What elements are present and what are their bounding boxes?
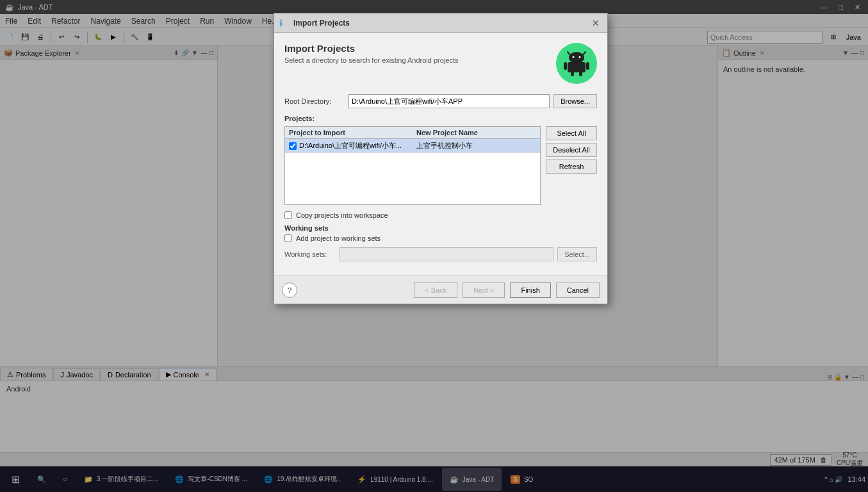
finish-btn[interactable]: Finish [510,283,550,298]
root-directory-input[interactable] [348,94,550,108]
dialog-subtitle: Select a directory to search for existin… [284,56,556,64]
dialog-body: Import Projects Select a directory to se… [274,33,607,275]
svg-rect-9 [579,72,582,76]
svg-rect-6 [564,62,567,70]
col-header-import: Project to Import [285,127,413,138]
project-name-cell: 上官手机控制小车 [413,140,540,152]
svg-point-4 [579,56,581,58]
add-working-sets-checkbox[interactable] [284,234,292,242]
dialog-header: Import Projects Select a directory to se… [284,43,597,84]
dialog-title: Import Projects [293,19,589,28]
projects-empty-area [285,153,540,204]
working-sets-select-btn[interactable]: Select... [557,247,597,261]
svg-rect-7 [586,62,589,70]
col-header-name: New Project Name [413,127,540,138]
refresh-btn[interactable]: Refresh [546,160,597,174]
project-row-0[interactable]: D:\Arduino\上官可编程wifi/小车... 上官手机控制小车 [285,139,540,153]
root-directory-row: Root Directory: Browse... [284,94,597,108]
dialog-info-icon: ℹ [279,18,290,28]
svg-rect-5 [568,62,585,72]
copy-projects-label: Copy projects into workspace [296,211,388,219]
project-checkbox-0[interactable] [289,142,297,150]
root-dir-label: Root Directory: [284,97,348,105]
add-working-sets-row: Add project to working sets [284,234,597,242]
deselect-all-btn[interactable]: Deselect All [546,143,597,157]
svg-point-3 [573,56,575,58]
project-import-cell: D:\Arduino\上官可编程wifi/小车... [285,140,413,152]
browse-btn[interactable]: Browse... [553,94,597,108]
android-logo [556,43,597,84]
copy-projects-checkbox[interactable] [284,211,292,219]
help-btn[interactable]: ? [282,283,297,298]
projects-table: Project to Import New Project Name D:\Ar… [284,126,541,205]
dialog-titlebar: ℹ Import Projects ✕ [274,13,607,33]
projects-section-label: Projects: [284,115,597,122]
back-btn[interactable]: < Back [414,283,457,298]
cancel-btn[interactable]: Cancel [556,283,600,298]
projects-buttons: Select All Deselect All Refresh [546,126,597,211]
copy-projects-row: Copy projects into workspace [284,211,597,219]
svg-rect-8 [571,72,574,76]
dialog-footer: ? < Back Next > Finish Cancel [274,275,607,304]
select-all-btn[interactable]: Select All [546,126,597,140]
dialog-close-btn[interactable]: ✕ [589,18,602,28]
projects-table-header: Project to Import New Project Name [285,127,540,139]
project-path-0: D:\Arduino\上官可编程wifi/小车... [299,141,402,151]
project-name-0: 上官手机控制小车 [416,141,473,151]
working-sets-field-label: Working sets: [284,250,336,258]
working-sets-input-row: Working sets: Select... [284,247,597,261]
dialog-main-title: Import Projects [284,43,556,54]
working-sets-input[interactable] [340,247,553,261]
next-btn[interactable]: Next > [463,283,505,298]
android-icon-svg [562,49,591,78]
help-icon: ? [288,286,291,294]
add-working-sets-label: Add project to working sets [296,234,381,242]
projects-table-area: Project to Import New Project Name D:\Ar… [284,126,541,211]
projects-table-wrapper: Project to Import New Project Name D:\Ar… [284,126,597,211]
working-sets-label: Working sets [284,224,597,232]
svg-point-2 [569,52,584,63]
import-projects-dialog: ℹ Import Projects ✕ Import Projects Sele… [274,13,608,304]
